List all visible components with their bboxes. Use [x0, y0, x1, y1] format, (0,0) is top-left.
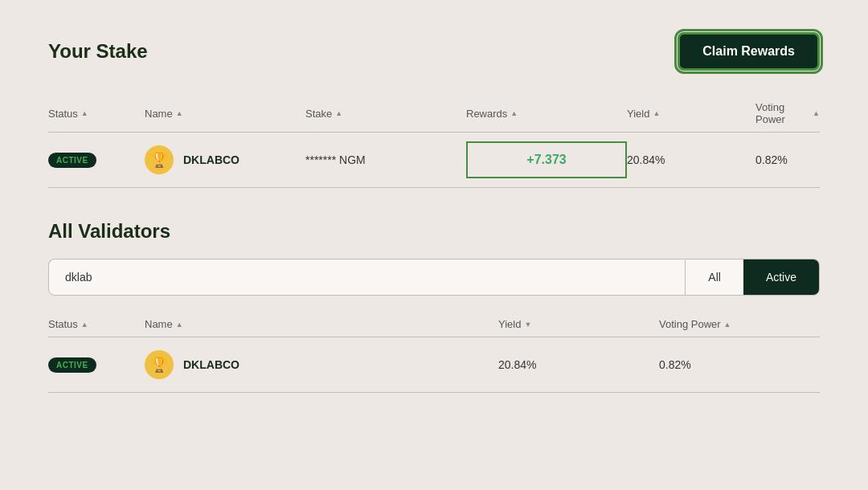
- stake-col-status: Status ▲: [48, 101, 145, 125]
- val-validator-icon: 🏆: [145, 350, 174, 379]
- val-col-yield: Yield ▼: [498, 318, 659, 330]
- val-col-name: Name ▲: [145, 318, 498, 330]
- stake-row-yield: 20.84%: [627, 153, 755, 167]
- search-filter-row: All Active: [48, 259, 820, 296]
- val-sort-icon-name[interactable]: ▲: [176, 321, 183, 329]
- search-input[interactable]: [48, 259, 685, 296]
- stake-row-validator: 🏆 DKLABCO: [145, 145, 305, 174]
- active-badge: ACTIVE: [48, 153, 96, 168]
- validators-table-row: ACTIVE 🏆 DKLABCO 20.84% 0.82%: [48, 337, 820, 393]
- stake-row-rewards: +7.373: [466, 148, 627, 172]
- validators-table-header: Status ▲ Name ▲ Yield ▼ Voting Power ▲: [48, 312, 820, 337]
- val-sort-icon-voting-power[interactable]: ▲: [724, 321, 731, 329]
- stake-col-voting-power: Voting Power ▲: [755, 101, 820, 125]
- stake-title: Your Stake: [48, 40, 148, 63]
- val-row-yield: 20.84%: [498, 357, 659, 372]
- stake-col-name: Name ▲: [145, 101, 305, 125]
- sort-icon-status[interactable]: ▲: [81, 109, 88, 117]
- stake-row-name: DKLABCO: [183, 153, 240, 166]
- validators-table: Status ▲ Name ▲ Yield ▼ Voting Power ▲ A…: [48, 312, 820, 393]
- stake-col-rewards: Rewards ▲: [466, 101, 627, 125]
- validators-title: All Validators: [48, 220, 820, 243]
- val-col-voting-power: Voting Power ▲: [659, 318, 820, 330]
- claim-rewards-button[interactable]: Claim Rewards: [678, 32, 820, 71]
- validators-section-header: All Validators: [48, 220, 820, 243]
- val-col-status: Status ▲: [48, 318, 145, 330]
- rewards-highlighted-cell: +7.373: [466, 141, 627, 178]
- val-row-validator: 🏆 DKLABCO: [145, 350, 498, 379]
- sort-icon-rewards[interactable]: ▲: [510, 109, 518, 117]
- stake-row-voting-power: 0.82%: [755, 153, 820, 167]
- validator-icon: 🏆: [145, 145, 174, 174]
- sort-icon-voting-power[interactable]: ▲: [813, 109, 820, 117]
- filter-btn-group: All Active: [685, 259, 820, 296]
- stake-table: Status ▲ Name ▲ Stake ▲ Rewards ▲ Yield …: [48, 95, 820, 188]
- val-row-voting-power: 0.82%: [659, 357, 820, 372]
- filter-active-button[interactable]: Active: [743, 259, 819, 295]
- val-sort-icon-yield[interactable]: ▼: [524, 321, 531, 329]
- sort-icon-name[interactable]: ▲: [176, 109, 183, 117]
- stake-row-status: ACTIVE: [48, 152, 145, 168]
- val-active-badge: ACTIVE: [48, 357, 96, 373]
- page-container: Your Stake Claim Rewards Status ▲ Name ▲…: [0, 0, 868, 457]
- stake-section-header: Your Stake Claim Rewards: [48, 32, 820, 71]
- stake-table-header: Status ▲ Name ▲ Stake ▲ Rewards ▲ Yield …: [48, 95, 820, 133]
- filter-all-button[interactable]: All: [686, 259, 743, 295]
- stake-col-stake: Stake ▲: [305, 101, 466, 125]
- val-row-name: DKLABCO: [183, 358, 240, 371]
- stake-col-yield: Yield ▲: [627, 101, 755, 125]
- val-sort-icon-status[interactable]: ▲: [81, 321, 88, 329]
- sort-icon-yield[interactable]: ▲: [653, 109, 660, 117]
- stake-table-row: ACTIVE 🏆 DKLABCO ******* NGM +7.373 20.8…: [48, 133, 820, 188]
- sort-icon-stake[interactable]: ▲: [335, 109, 342, 117]
- val-row-status: ACTIVE: [48, 357, 145, 373]
- stake-row-stake: ******* NGM: [305, 153, 466, 167]
